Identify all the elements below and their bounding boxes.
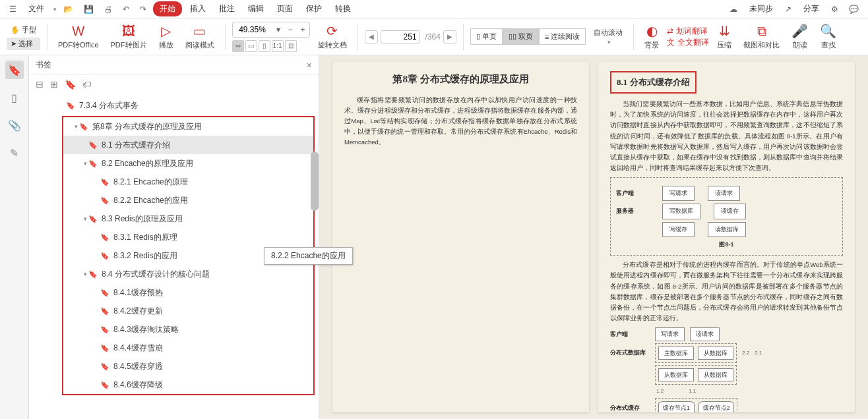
compress[interactable]: ⇊压缩: [713, 23, 735, 50]
bookmark-item[interactable]: 🔖8.4.4缓存雪崩: [63, 339, 313, 357]
attachment-tab-icon[interactable]: 📎: [5, 116, 24, 134]
add-sub-bookmark-icon[interactable]: 🏷: [82, 79, 92, 90]
read-mode[interactable]: ▭阅读模式: [181, 23, 218, 50]
play-button[interactable]: ▷播放: [155, 23, 177, 50]
word-icon: W: [72, 24, 84, 39]
expand-all-icon[interactable]: ⊞: [50, 79, 58, 90]
bookmark-icon: 🔖: [100, 344, 109, 352]
prev-page[interactable]: ◀: [365, 30, 378, 43]
fit-visible[interactable]: ⊡: [285, 40, 297, 52]
read-aloud[interactable]: 🎤朗读: [788, 23, 812, 50]
bookmark-icon: 🔖: [88, 141, 98, 150]
full-translate[interactable]: 文全文翻译: [667, 37, 709, 48]
bookmark-item[interactable]: 🔖8.4.1缓存预热: [63, 283, 313, 302]
chapter-title: 第8章 分布式缓存的原理及应用: [344, 71, 577, 88]
cursor-icon: ➤: [11, 40, 16, 48]
cloud-icon[interactable]: ☁: [726, 3, 741, 16]
fit-height[interactable]: ▯: [259, 40, 270, 52]
gear-icon[interactable]: ⚙: [827, 3, 842, 16]
bookmark-item[interactable]: 🔖8.4.2缓存更新: [63, 302, 313, 320]
menu-page[interactable]: 页面: [272, 1, 298, 16]
open-icon[interactable]: 📂: [59, 3, 77, 16]
bookmark-item[interactable]: ▾🔖第8章 分布式缓存的原理及应用: [63, 117, 313, 136]
select-tool[interactable]: ➤选择: [7, 38, 40, 50]
page-input[interactable]: [381, 30, 420, 43]
doc-translate-icon: 文: [667, 37, 675, 48]
bookmark-icon: 🔖: [88, 270, 98, 279]
word-translate[interactable]: ⇄划词翻译: [667, 26, 709, 37]
fit-width[interactable]: ⇔: [232, 40, 244, 52]
nav-strip: 🔖 ▯ 📎 ✎: [0, 55, 29, 419]
print-icon[interactable]: 🖨: [100, 3, 116, 16]
pdf-to-office[interactable]: WPDF转Office: [54, 24, 103, 50]
bookmark-icon: 🔖: [88, 215, 98, 223]
zoom-dropdown[interactable]: ▾: [272, 25, 284, 34]
next-page[interactable]: ▶: [443, 30, 456, 43]
crop-compare[interactable]: ⧉截图和对比: [739, 24, 784, 50]
add-bookmark-icon[interactable]: 🔖: [65, 79, 76, 90]
section-title: 8.1 分布式缓存介绍: [617, 77, 690, 87]
sync-status[interactable]: 未同步: [744, 1, 778, 16]
bookmark-tab-icon[interactable]: 🔖: [5, 61, 24, 79]
zoom-in-icon[interactable]: +: [297, 25, 309, 34]
menu-protect[interactable]: 保护: [301, 1, 327, 16]
menu-share[interactable]: 分享: [798, 1, 824, 16]
bookmark-item[interactable]: 🔖8.2.1 Ehcache的原理: [63, 173, 313, 191]
sidebar-title: 书签: [36, 59, 51, 70]
close-icon[interactable]: ×: [307, 60, 312, 70]
bookmark-item[interactable]: 🔖8.3.1 Redis的原理: [63, 228, 313, 246]
auto-scroll[interactable]: 自动滚动▾: [590, 28, 627, 45]
undo-icon[interactable]: ↶: [119, 3, 133, 16]
bookmark-item[interactable]: ▾🔖8.2 Ehcache的原理及应用: [63, 154, 313, 173]
share-icon[interactable]: ↗: [781, 3, 795, 16]
bookmark-item[interactable]: 🔖8.4.5缓存穿透: [63, 357, 313, 376]
single-page[interactable]: ▯单页: [470, 28, 503, 45]
menu-start[interactable]: 开始: [153, 1, 182, 16]
bookmark-icon: 🔖: [100, 233, 109, 242]
menu-hamburger-icon[interactable]: ☰: [5, 3, 20, 16]
bookmark-item[interactable]: ▾🔖8.3 Redis的原理及应用: [63, 210, 313, 228]
document-viewer[interactable]: 第8章 分布式缓存的原理及应用 缓存指将需要频繁访问的数据存放在内存中以加快用户…: [319, 55, 868, 419]
bookmark-item[interactable]: 🔖8.4.6缓存降级: [63, 376, 313, 394]
bookmark-icon: 🔖: [100, 289, 109, 297]
bookmark-icon: 🔖: [100, 307, 109, 316]
figure-8-1: 客户端写请求读请求 服务器写数据库读缓存 写缓存读数据库 图8-1: [610, 177, 843, 256]
translate-icon: ⇄: [667, 26, 673, 36]
menu-convert[interactable]: 转换: [330, 1, 356, 16]
chat-icon[interactable]: 💬: [845, 3, 863, 16]
menu-file[interactable]: 文件: [23, 1, 49, 16]
pdf-to-image[interactable]: 🖼PDF转图片: [107, 24, 151, 50]
hand-tool[interactable]: ✋手型: [7, 24, 40, 36]
continuous[interactable]: ≡连续阅读: [539, 28, 586, 45]
menu-insert[interactable]: 插入: [185, 1, 211, 16]
fit-page[interactable]: ▭: [245, 40, 257, 52]
find[interactable]: 🔍查找: [816, 23, 840, 50]
redo-icon[interactable]: ↷: [136, 3, 150, 16]
edit-tab-icon[interactable]: ✎: [5, 144, 24, 162]
actual-size[interactable]: 1:1: [272, 40, 284, 52]
bookmark-icon: 🔖: [100, 325, 109, 334]
bookmark-item[interactable]: 🔖8.4.3缓存淘汰策略: [63, 320, 313, 339]
bookmark-item[interactable]: ▾🔖8.4 分布式缓存设计的核心问题: [63, 265, 313, 283]
tooltip: 8.2.2 Ehcache的应用: [264, 247, 353, 265]
double-page[interactable]: ▯▯双页: [503, 28, 539, 45]
bookmark-icon: 🔖: [100, 381, 109, 389]
bookmark-item[interactable]: 🔖8.2.2 Ehcache的应用: [63, 191, 313, 210]
collapse-all-icon[interactable]: ⊟: [36, 79, 44, 90]
save-icon[interactable]: 💾: [80, 3, 98, 16]
paragraph: 缓存指将需要频繁访问的数据存放在内存中以加快用户访问速度的一种技术。缓存分进程级…: [344, 95, 577, 148]
menu-edit[interactable]: 编辑: [243, 1, 269, 16]
zoom-out-icon[interactable]: −: [284, 25, 297, 34]
bookmark-item[interactable]: 🔖7.3.4 分布式事务: [29, 96, 319, 115]
bookmark-icon: 🔖: [100, 178, 109, 186]
rotate-doc[interactable]: ⟳旋转文档: [314, 23, 351, 50]
bookmark-sidebar: 书签 × ⊟ ⊞ 🔖 🏷 🔖7.3.4 分布式事务 ▾🔖第8章 分布式缓存的原理…: [29, 55, 319, 419]
search-icon: 🔍: [820, 23, 836, 39]
zoom-input[interactable]: [233, 25, 272, 34]
thumbnail-tab-icon[interactable]: ▯: [5, 88, 24, 107]
background[interactable]: ◐背景: [640, 23, 663, 50]
scrollbar-handle[interactable]: [311, 152, 319, 211]
bg-icon: ◐: [646, 23, 658, 39]
bookmark-item[interactable]: 🔖8.1 分布式缓存介绍: [63, 136, 313, 154]
menu-annotate[interactable]: 批注: [214, 1, 240, 16]
